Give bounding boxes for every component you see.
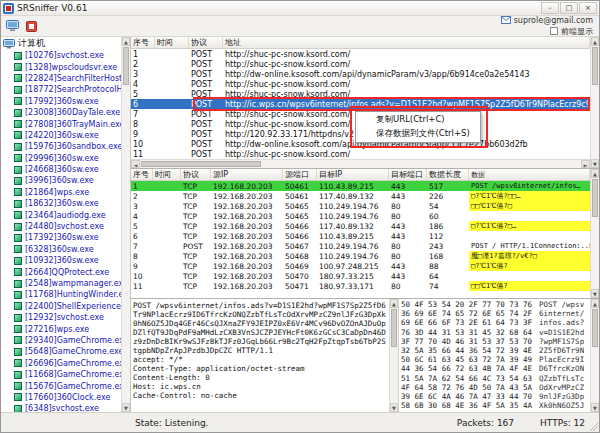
context-menu-item[interactable]: 复制URL(Ctrl+C) bbox=[357, 113, 479, 127]
scroll-up-button[interactable]: ▲ bbox=[122, 37, 130, 46]
request-horizontal-scrollbar[interactable]: ◄ ► bbox=[131, 159, 590, 168]
scroll-track[interactable] bbox=[390, 348, 398, 403]
process-item[interactable]: [18632]360sw.exe bbox=[1, 198, 121, 209]
process-item[interactable]: [12932]svchost.exe bbox=[1, 312, 121, 323]
packet-row[interactable]: 10TCP192.168.20.20350470180.97.33.215443… bbox=[131, 271, 590, 281]
request-row[interactable]: 2POSThttp://shuc-pc-snow.ksord.com/ bbox=[131, 59, 590, 69]
column-header-protocol[interactable]: 协议 bbox=[189, 37, 223, 48]
scroll-thumb[interactable] bbox=[123, 47, 129, 85]
column-header-id[interactable]: 序号 bbox=[131, 37, 155, 48]
request-table-scrollbar[interactable]: ▲ ▼ bbox=[590, 37, 599, 168]
process-item[interactable]: [23464]audiodg.exe bbox=[1, 209, 121, 220]
scroll-track[interactable] bbox=[262, 160, 581, 168]
maximize-button[interactable]: □ bbox=[560, 2, 578, 14]
process-item[interactable]: [21864]wps.exe bbox=[1, 187, 121, 198]
column-header-protocol[interactable]: 协议 bbox=[181, 169, 211, 180]
request-row[interactable]: 6POSThttp://ic.wps.cn/wpsv6internet/info… bbox=[131, 99, 590, 109]
process-item[interactable]: [17992]360sw.exe bbox=[1, 96, 121, 107]
scroll-track[interactable] bbox=[591, 348, 599, 403]
process-item[interactable]: [24480]svchost.exe bbox=[1, 221, 121, 232]
process-item[interactable]: [29340]GameChrome.exe bbox=[1, 335, 121, 346]
scroll-down-button[interactable]: ▼ bbox=[591, 403, 599, 412]
computer-root-node[interactable]: 计算机 bbox=[1, 37, 121, 50]
detail-text-scrollbar[interactable]: ▲ ▼ bbox=[389, 299, 398, 412]
process-item[interactable]: [10276]svchost.exe bbox=[1, 50, 121, 61]
context-menu-item[interactable]: 保存数据到文件(Ctrl+S) bbox=[357, 127, 479, 141]
process-item[interactable]: [18772]SearchProtocolHost. bbox=[1, 84, 121, 95]
process-item[interactable]: [29996]360sw.exe bbox=[1, 153, 121, 164]
process-item[interactable]: [10932]360sw.exe bbox=[1, 255, 121, 266]
column-header-dest-ip[interactable]: 目标IP bbox=[317, 169, 389, 180]
scroll-thumb[interactable] bbox=[592, 309, 598, 347]
process-item[interactable]: [15976]360sandbox.exe bbox=[1, 141, 121, 152]
scroll-right-button[interactable]: ► bbox=[581, 160, 590, 168]
column-header-data[interactable]: 数据 bbox=[469, 169, 590, 180]
process-item[interactable]: [2664]QQProtect.exe bbox=[1, 266, 121, 277]
scroll-track[interactable] bbox=[591, 218, 599, 289]
process-item[interactable]: [11768]HuntingWinder.exe bbox=[1, 289, 121, 300]
scroll-left-button[interactable]: ◄ bbox=[131, 160, 140, 168]
process-item[interactable]: [17660]360Clock.exe bbox=[1, 392, 121, 403]
scroll-thumb[interactable] bbox=[592, 47, 598, 85]
process-item[interactable]: [6348]svchost.exe bbox=[1, 403, 121, 412]
scroll-down-button[interactable]: ▼ bbox=[122, 403, 130, 412]
scroll-up-button[interactable]: ▲ bbox=[390, 299, 398, 308]
packet-row[interactable]: 9TCP192.168.20.20350469100.97.248.215443… bbox=[131, 261, 590, 271]
packet-row[interactable]: 1TCP192.168.20.20350461110.43.89.2154435… bbox=[131, 181, 590, 191]
process-item[interactable]: [27216]wps.exe bbox=[1, 323, 121, 334]
packet-table-scrollbar[interactable]: ▲ ▼ bbox=[590, 169, 599, 298]
process-item[interactable]: [15676]GameChrome.exe bbox=[1, 380, 121, 391]
packet-row[interactable]: 2TCP192.168.20.20350461117.40.89.1324432… bbox=[131, 191, 590, 201]
process-item[interactable]: [22400]ShellExperienceHost bbox=[1, 301, 121, 312]
column-header-data-length[interactable]: 数据长度 bbox=[427, 169, 469, 180]
adapter-select-button[interactable] bbox=[4, 18, 21, 35]
process-item[interactable]: [1328]wpscloudsvr.exe bbox=[1, 61, 121, 72]
scroll-thumb[interactable] bbox=[141, 161, 261, 167]
packet-row[interactable]: 4TCP192.168.20.20350465110.249.194.76806… bbox=[131, 211, 590, 221]
column-header-dest-port[interactable]: 目标端口 bbox=[389, 169, 427, 180]
process-item[interactable]: [24220]360sw.exe bbox=[1, 130, 121, 141]
scroll-thumb[interactable] bbox=[391, 309, 397, 347]
scroll-down-button[interactable]: ▼ bbox=[591, 289, 599, 298]
process-item[interactable]: [26696]GameChrome.exe bbox=[1, 358, 121, 369]
scroll-up-button[interactable]: ▲ bbox=[591, 299, 599, 308]
process-item[interactable]: [3996]360sw.exe bbox=[1, 175, 121, 186]
packet-row[interactable]: 7POST192.168.20.20350467110.249.194.7680… bbox=[131, 241, 590, 251]
request-row[interactable]: 1POSThttp://shuc-pc-snow.ksord.com/ bbox=[131, 49, 590, 59]
scroll-track[interactable] bbox=[122, 86, 130, 403]
scroll-track[interactable] bbox=[591, 86, 599, 159]
close-button[interactable]: × bbox=[579, 2, 597, 14]
scroll-down-button[interactable]: ▼ bbox=[390, 403, 398, 412]
request-row[interactable]: 4POSThttp://shuc-pc-snow.ksord.com/ bbox=[131, 79, 590, 89]
process-item[interactable]: [6328]360sw.exe bbox=[1, 244, 121, 255]
process-item[interactable]: [23008]360DayTale.exe bbox=[1, 107, 121, 118]
sidebar-scrollbar[interactable]: ▲ ▼ bbox=[121, 37, 130, 412]
process-item[interactable]: [24668]360sw.exe bbox=[1, 164, 121, 175]
request-row[interactable]: 3POSThttp://dw-online.ksosoft.com/api/dy… bbox=[131, 69, 590, 79]
resize-grip[interactable] bbox=[588, 421, 598, 431]
minimize-button[interactable]: – bbox=[541, 2, 559, 14]
scroll-up-button[interactable]: ▲ bbox=[591, 169, 599, 178]
column-header-source-ip[interactable]: 源IP bbox=[211, 169, 283, 180]
packet-row[interactable]: 8TCP192.168.20.20350468110.249.194.76801… bbox=[131, 251, 590, 261]
process-item[interactable]: [22824]SearchFilterHost.ex bbox=[1, 73, 121, 84]
request-row[interactable]: 5POSThttp://shuc-pc-snow.ksord.com/ bbox=[131, 89, 590, 99]
packet-row[interactable]: 5TCP192.168.20.20350466117.40.89.1324431… bbox=[131, 221, 590, 231]
packet-row[interactable]: 6TCP192.168.20.20350466110.43.89.2154431… bbox=[131, 231, 590, 241]
process-item[interactable]: [5648]GameChrome.exe bbox=[1, 346, 121, 357]
scroll-down-button[interactable]: ▼ bbox=[591, 159, 599, 168]
process-item[interactable]: [2548]wampmanager.exe bbox=[1, 278, 121, 289]
scroll-thumb[interactable] bbox=[592, 179, 598, 217]
packet-row[interactable]: 3TCP192.168.20.20350465110.249.194.76805… bbox=[131, 201, 590, 211]
scroll-up-button[interactable]: ▲ bbox=[591, 37, 599, 46]
hex-view-scrollbar[interactable]: ▲ ▼ bbox=[590, 299, 599, 412]
column-header-time[interactable]: 时间 bbox=[153, 169, 181, 180]
packet-row[interactable]: 11TCP192.168.20.20350471180.97.33.171807… bbox=[131, 281, 590, 291]
column-header-time[interactable]: 时间 bbox=[155, 37, 189, 48]
front-display-checkbox[interactable] bbox=[550, 27, 558, 35]
request-row[interactable]: 11POSThttp://shuc-pc-snow.ksord.com/ bbox=[131, 149, 590, 159]
column-header-id[interactable]: 序号 bbox=[131, 169, 153, 180]
process-item[interactable]: [11668]GameChrome.exe bbox=[1, 369, 121, 380]
column-header-address[interactable]: 地址 bbox=[223, 37, 590, 48]
stop-capture-button[interactable] bbox=[23, 18, 40, 35]
